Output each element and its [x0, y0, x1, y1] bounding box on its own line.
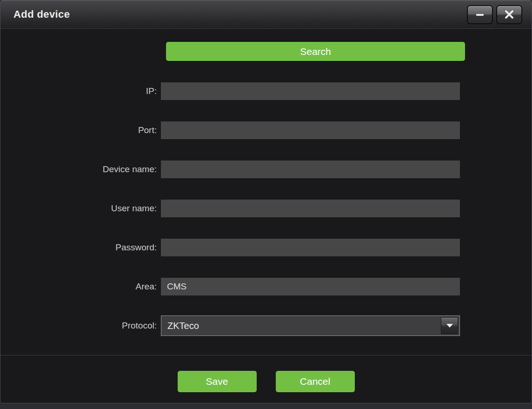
save-button[interactable]: Save [178, 371, 257, 392]
field-row-device-name: Device name: [0, 161, 532, 178]
field-row-port: Port: [0, 121, 532, 139]
device-name-input[interactable] [161, 161, 460, 178]
field-row-protocol: Protocol: ZKTeco [0, 315, 532, 336]
field-row-user-name: User name: [0, 200, 532, 217]
password-label: Password: [0, 242, 161, 253]
close-button[interactable] [496, 5, 522, 24]
add-device-dialog: Add device Search IP: [0, 0, 532, 403]
minimize-icon [475, 9, 485, 20]
field-row-area: Area: [0, 278, 532, 295]
footer-actions: Save Cancel [0, 371, 532, 392]
search-row: Search [166, 42, 532, 61]
protocol-select[interactable]: ZKTeco [161, 315, 460, 336]
field-row-ip: IP: [0, 82, 532, 100]
protocol-selected-value: ZKTeco [161, 321, 441, 331]
port-input[interactable] [161, 121, 460, 139]
window-controls [467, 5, 522, 24]
protocol-label: Protocol: [0, 321, 161, 331]
chevron-down-icon [446, 324, 453, 328]
footer-divider [0, 355, 532, 355]
dialog-title: Add device [13, 8, 467, 20]
user-name-input[interactable] [161, 200, 460, 217]
port-label: Port: [0, 125, 161, 135]
ip-input[interactable] [161, 82, 460, 100]
minimize-button[interactable] [467, 5, 493, 24]
device-name-label: Device name: [0, 164, 161, 174]
ip-label: IP: [0, 86, 161, 96]
password-input[interactable] [161, 239, 460, 256]
area-label: Area: [0, 282, 161, 292]
area-input[interactable] [161, 278, 460, 295]
protocol-dropdown-button[interactable] [441, 317, 458, 334]
dialog-titlebar[interactable]: Add device [0, 0, 532, 29]
user-name-label: User name: [0, 203, 161, 214]
cancel-button[interactable]: Cancel [276, 371, 355, 392]
field-row-password: Password: [0, 239, 532, 256]
search-button[interactable]: Search [166, 42, 465, 61]
close-icon [504, 9, 514, 20]
